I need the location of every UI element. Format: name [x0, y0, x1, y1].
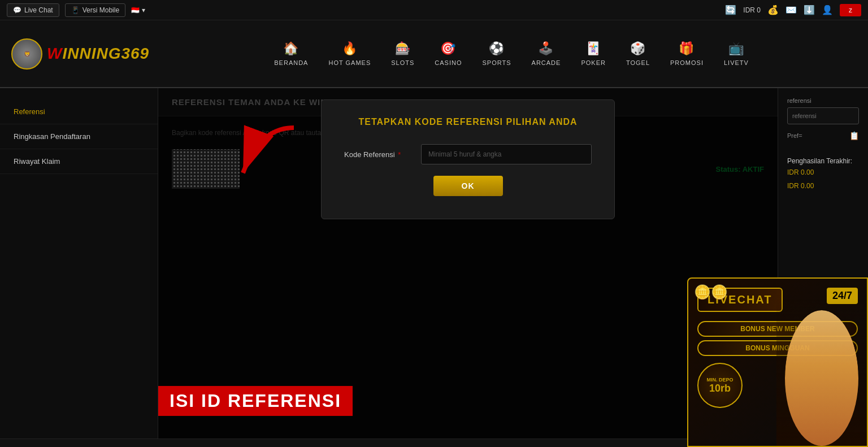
- nav-item-arcade[interactable]: 🕹️ ARCADE: [522, 36, 571, 72]
- sidebar-item-riwayat[interactable]: Riwayat Klaim: [0, 149, 158, 174]
- togel-icon: 🎲: [630, 41, 646, 56]
- big-label-text: ISI ID REFERENSI: [158, 386, 353, 416]
- chat-icon: 💬: [13, 6, 21, 14]
- total-earnings: IDR 0.00: [787, 182, 859, 190]
- poker-icon: 🃏: [585, 41, 601, 56]
- hotgames-label: HOT GAMES: [328, 59, 371, 66]
- required-indicator: *: [398, 150, 401, 159]
- wallet-icon[interactable]: 💰: [767, 5, 779, 15]
- modal-dialog: TETAPKAN KODE REFERENSI PILIHAN ANDA Kod…: [321, 99, 615, 219]
- nav-item-casino[interactable]: 🎯 CASINO: [424, 36, 472, 72]
- hotgames-icon: 🔥: [342, 41, 358, 56]
- casino-label: CASINO: [435, 59, 462, 66]
- balance-display: IDR 0: [743, 6, 761, 14]
- min-depo-label: MIN. DEPO: [706, 377, 733, 383]
- sidebar: Referensi Ringkasan Pendaftaran Riwayat …: [0, 88, 158, 439]
- arrow-indicator: [226, 122, 305, 190]
- modal-btn-row: OK: [344, 176, 592, 196]
- download-icon[interactable]: ⬇️: [804, 5, 815, 15]
- arcade-icon: 🕹️: [538, 41, 554, 56]
- pref-row: Pref= 📋: [787, 131, 859, 140]
- logo-badge-icon: 🦁: [11, 38, 42, 70]
- slots-icon: 🎰: [395, 41, 411, 56]
- balance-value: IDR 0: [743, 6, 761, 14]
- kode-referensi-label: Kode Referensi *: [344, 150, 412, 159]
- casino-icon: 🎯: [440, 41, 456, 56]
- min-depo-amount: 10rb: [709, 383, 731, 394]
- livetv-icon: 📺: [728, 41, 744, 56]
- nav-item-poker[interactable]: 🃏 POKER: [571, 36, 616, 72]
- nav-item-hotgames[interactable]: 🔥 HOT GAMES: [318, 36, 381, 72]
- idr-total: IDR 0.00: [787, 182, 814, 190]
- main-content: REFERENSI TEMAN ANDA KE WINNING369 Bagik…: [158, 88, 778, 439]
- livechat-banner[interactable]: 🪙🪙 LIVECHAT 24/7 BONUS NEW MEMBER BONUS …: [687, 277, 868, 447]
- live-chat-label: Live Chat: [24, 6, 53, 14]
- logo-text: WINNING369: [47, 45, 149, 63]
- coins-decoration: 🪙🪙: [694, 284, 728, 300]
- modal-title: TETAPKAN KODE REFERENSI PILIHAN ANDA: [344, 117, 592, 127]
- livetv-label: LIVETV: [724, 59, 749, 66]
- beranda-label: BERANDA: [274, 59, 308, 66]
- nav-item-sports[interactable]: ⚽ SPORTS: [472, 36, 522, 72]
- live-chat-button[interactable]: 💬 Live Chat: [7, 3, 59, 17]
- ref-panel-label: referensi: [787, 97, 859, 104]
- email-icon[interactable]: ✉️: [785, 5, 797, 15]
- dropdown-icon: ▾: [142, 6, 145, 14]
- kode-referensi-input[interactable]: [421, 144, 592, 164]
- nav-item-promosi[interactable]: 🎁 PROMOSI: [660, 36, 714, 72]
- user-button[interactable]: z: [840, 4, 861, 16]
- sports-label: SPORTS: [483, 59, 511, 66]
- penghasilan-label: Penghasilan Terakhir:: [787, 157, 852, 165]
- idr-value: IDR 0.00: [787, 168, 814, 176]
- sidebar-item-ringkasan[interactable]: Ringkasan Pendaftaran: [0, 124, 158, 149]
- top-bar-left: 💬 Live Chat 📱 Versi Mobile 🇮🇩 ▾: [7, 3, 145, 17]
- pref-label: Pref=: [787, 132, 802, 139]
- arcade-label: ARCADE: [532, 59, 561, 66]
- sidebar-item-referensi[interactable]: Referensi: [0, 99, 158, 124]
- refresh-icon[interactable]: 🔄: [725, 5, 736, 15]
- user-icon[interactable]: 👤: [822, 5, 833, 15]
- nav-items: 🏠 BERANDA 🔥 HOT GAMES 🎰 SLOTS 🎯 CASINO ⚽…: [166, 36, 857, 72]
- sports-icon: ⚽: [489, 41, 505, 56]
- girl-image: [776, 299, 867, 446]
- nav-item-togel[interactable]: 🎲 TOGEL: [616, 36, 660, 72]
- earnings-section: Penghasilan Terakhir: IDR 0.00 IDR 0.00: [787, 157, 859, 190]
- language-selector[interactable]: 🇮🇩 ▾: [131, 6, 145, 14]
- ref-code-input[interactable]: [787, 107, 859, 124]
- top-bar-right: 🔄 IDR 0 💰 ✉️ ⬇️ 👤 z: [725, 4, 861, 16]
- top-bar: 💬 Live Chat 📱 Versi Mobile 🇮🇩 ▾ 🔄 IDR 0 …: [0, 0, 868, 20]
- promosi-icon: 🎁: [679, 41, 695, 56]
- content-body: Bagikan kode referensi Anda, kode QR ata…: [158, 116, 778, 211]
- min-depo-tag: MIN. DEPO 10rb: [697, 363, 743, 408]
- sidebar-referensi-label: Referensi: [14, 107, 45, 116]
- sidebar-ringkasan-label: Ringkasan Pendaftaran: [14, 132, 90, 141]
- mobile-icon: 📱: [71, 6, 80, 14]
- flag-icon: 🇮🇩: [131, 6, 140, 14]
- nav-item-slots[interactable]: 🎰 SLOTS: [381, 36, 424, 72]
- mobile-version-button[interactable]: 📱 Versi Mobile: [65, 3, 125, 17]
- logo-area: 🦁 WINNING369: [11, 38, 149, 70]
- girl-silhouette: [785, 310, 858, 446]
- poker-label: POKER: [581, 59, 606, 66]
- form-row-kode: Kode Referensi *: [344, 144, 592, 164]
- sidebar-riwayat-label: Riwayat Klaim: [14, 157, 60, 166]
- ok-button[interactable]: OK: [433, 176, 503, 196]
- mobile-label: Versi Mobile: [83, 6, 119, 14]
- ref-small-label: referensi: [787, 97, 811, 104]
- togel-label: TOGEL: [626, 59, 650, 66]
- copy-icon[interactable]: 📋: [849, 131, 859, 140]
- earnings-value: IDR 0.00: [787, 168, 859, 176]
- navbar: 🦁 WINNING369 🏠 BERANDA 🔥 HOT GAMES 🎰 SLO…: [0, 20, 868, 88]
- beranda-icon: 🏠: [283, 41, 299, 56]
- nav-item-livetv[interactable]: 📺 LIVETV: [714, 36, 759, 72]
- total-earnings-value: IDR 0.00: [787, 182, 859, 190]
- promosi-label: PROMOSI: [670, 59, 704, 66]
- big-red-label: ISI ID REFERENSI: [158, 386, 353, 416]
- earnings-label: Penghasilan Terakhir:: [787, 157, 859, 165]
- slots-label: SLOTS: [391, 59, 414, 66]
- livechat-banner-content: 🪙🪙 LIVECHAT 24/7 BONUS NEW MEMBER BONUS …: [688, 279, 867, 446]
- nav-item-beranda[interactable]: 🏠 BERANDA: [264, 36, 318, 72]
